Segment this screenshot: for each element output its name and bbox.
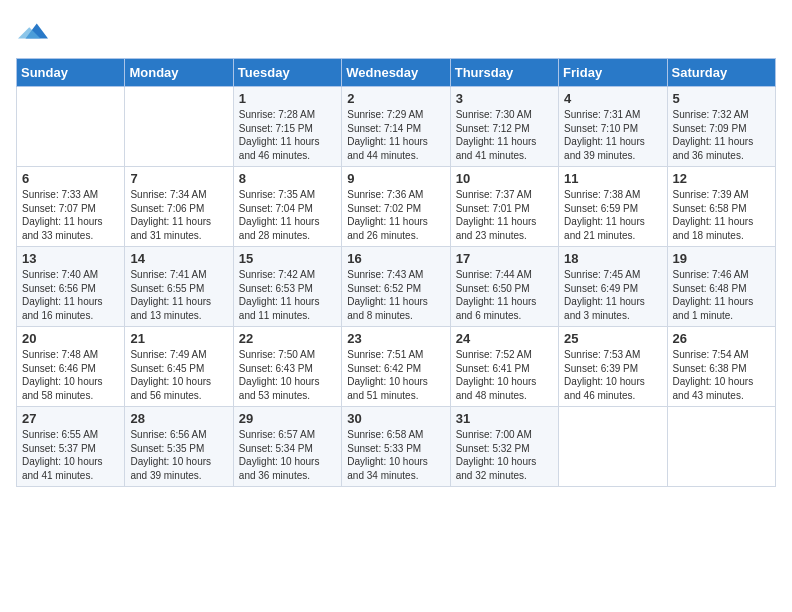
day-number: 9 [347, 171, 444, 186]
day-info: Sunrise: 7:30 AM Sunset: 7:12 PM Dayligh… [456, 108, 553, 162]
day-info: Sunrise: 6:55 AM Sunset: 5:37 PM Dayligh… [22, 428, 119, 482]
day-number: 31 [456, 411, 553, 426]
calendar-cell: 3Sunrise: 7:30 AM Sunset: 7:12 PM Daylig… [450, 87, 558, 167]
day-number: 3 [456, 91, 553, 106]
day-number: 12 [673, 171, 770, 186]
day-number: 26 [673, 331, 770, 346]
calendar-week-row: 1Sunrise: 7:28 AM Sunset: 7:15 PM Daylig… [17, 87, 776, 167]
day-number: 22 [239, 331, 336, 346]
day-info: Sunrise: 7:40 AM Sunset: 6:56 PM Dayligh… [22, 268, 119, 322]
calendar-table: SundayMondayTuesdayWednesdayThursdayFrid… [16, 58, 776, 487]
weekday-header: Sunday [17, 59, 125, 87]
day-info: Sunrise: 7:41 AM Sunset: 6:55 PM Dayligh… [130, 268, 227, 322]
calendar-cell: 31Sunrise: 7:00 AM Sunset: 5:32 PM Dayli… [450, 407, 558, 487]
calendar-cell: 19Sunrise: 7:46 AM Sunset: 6:48 PM Dayli… [667, 247, 775, 327]
day-number: 1 [239, 91, 336, 106]
calendar-cell: 10Sunrise: 7:37 AM Sunset: 7:01 PM Dayli… [450, 167, 558, 247]
calendar-cell [17, 87, 125, 167]
page-header [16, 16, 776, 46]
day-number: 13 [22, 251, 119, 266]
weekday-header: Thursday [450, 59, 558, 87]
calendar-cell: 22Sunrise: 7:50 AM Sunset: 6:43 PM Dayli… [233, 327, 341, 407]
day-number: 28 [130, 411, 227, 426]
calendar-cell: 14Sunrise: 7:41 AM Sunset: 6:55 PM Dayli… [125, 247, 233, 327]
day-number: 21 [130, 331, 227, 346]
calendar-cell: 20Sunrise: 7:48 AM Sunset: 6:46 PM Dayli… [17, 327, 125, 407]
calendar-cell: 11Sunrise: 7:38 AM Sunset: 6:59 PM Dayli… [559, 167, 667, 247]
day-info: Sunrise: 7:51 AM Sunset: 6:42 PM Dayligh… [347, 348, 444, 402]
day-number: 15 [239, 251, 336, 266]
calendar-cell [667, 407, 775, 487]
weekday-header: Saturday [667, 59, 775, 87]
day-number: 2 [347, 91, 444, 106]
day-info: Sunrise: 7:38 AM Sunset: 6:59 PM Dayligh… [564, 188, 661, 242]
calendar-cell: 12Sunrise: 7:39 AM Sunset: 6:58 PM Dayli… [667, 167, 775, 247]
calendar-header-row: SundayMondayTuesdayWednesdayThursdayFrid… [17, 59, 776, 87]
calendar-cell: 2Sunrise: 7:29 AM Sunset: 7:14 PM Daylig… [342, 87, 450, 167]
day-number: 6 [22, 171, 119, 186]
calendar-cell: 21Sunrise: 7:49 AM Sunset: 6:45 PM Dayli… [125, 327, 233, 407]
calendar-week-row: 20Sunrise: 7:48 AM Sunset: 6:46 PM Dayli… [17, 327, 776, 407]
day-number: 17 [456, 251, 553, 266]
calendar-cell: 4Sunrise: 7:31 AM Sunset: 7:10 PM Daylig… [559, 87, 667, 167]
day-info: Sunrise: 7:29 AM Sunset: 7:14 PM Dayligh… [347, 108, 444, 162]
calendar-week-row: 27Sunrise: 6:55 AM Sunset: 5:37 PM Dayli… [17, 407, 776, 487]
day-info: Sunrise: 7:45 AM Sunset: 6:49 PM Dayligh… [564, 268, 661, 322]
day-number: 5 [673, 91, 770, 106]
calendar-cell: 29Sunrise: 6:57 AM Sunset: 5:34 PM Dayli… [233, 407, 341, 487]
day-info: Sunrise: 6:56 AM Sunset: 5:35 PM Dayligh… [130, 428, 227, 482]
weekday-header: Monday [125, 59, 233, 87]
day-number: 30 [347, 411, 444, 426]
weekday-header: Friday [559, 59, 667, 87]
day-info: Sunrise: 6:58 AM Sunset: 5:33 PM Dayligh… [347, 428, 444, 482]
day-info: Sunrise: 7:50 AM Sunset: 6:43 PM Dayligh… [239, 348, 336, 402]
day-info: Sunrise: 7:46 AM Sunset: 6:48 PM Dayligh… [673, 268, 770, 322]
calendar-cell: 9Sunrise: 7:36 AM Sunset: 7:02 PM Daylig… [342, 167, 450, 247]
day-info: Sunrise: 7:49 AM Sunset: 6:45 PM Dayligh… [130, 348, 227, 402]
day-info: Sunrise: 7:48 AM Sunset: 6:46 PM Dayligh… [22, 348, 119, 402]
day-info: Sunrise: 7:54 AM Sunset: 6:38 PM Dayligh… [673, 348, 770, 402]
day-number: 16 [347, 251, 444, 266]
day-number: 11 [564, 171, 661, 186]
day-number: 14 [130, 251, 227, 266]
day-number: 4 [564, 91, 661, 106]
calendar-cell: 26Sunrise: 7:54 AM Sunset: 6:38 PM Dayli… [667, 327, 775, 407]
day-number: 27 [22, 411, 119, 426]
logo [16, 16, 48, 46]
day-info: Sunrise: 7:43 AM Sunset: 6:52 PM Dayligh… [347, 268, 444, 322]
weekday-header: Tuesday [233, 59, 341, 87]
logo-icon [18, 16, 48, 46]
calendar-cell: 23Sunrise: 7:51 AM Sunset: 6:42 PM Dayli… [342, 327, 450, 407]
day-number: 25 [564, 331, 661, 346]
calendar-cell: 16Sunrise: 7:43 AM Sunset: 6:52 PM Dayli… [342, 247, 450, 327]
day-info: Sunrise: 7:35 AM Sunset: 7:04 PM Dayligh… [239, 188, 336, 242]
day-info: Sunrise: 7:39 AM Sunset: 6:58 PM Dayligh… [673, 188, 770, 242]
day-number: 23 [347, 331, 444, 346]
day-info: Sunrise: 7:28 AM Sunset: 7:15 PM Dayligh… [239, 108, 336, 162]
calendar-week-row: 6Sunrise: 7:33 AM Sunset: 7:07 PM Daylig… [17, 167, 776, 247]
day-info: Sunrise: 7:37 AM Sunset: 7:01 PM Dayligh… [456, 188, 553, 242]
calendar-cell: 27Sunrise: 6:55 AM Sunset: 5:37 PM Dayli… [17, 407, 125, 487]
day-number: 18 [564, 251, 661, 266]
calendar-cell: 7Sunrise: 7:34 AM Sunset: 7:06 PM Daylig… [125, 167, 233, 247]
calendar-cell: 6Sunrise: 7:33 AM Sunset: 7:07 PM Daylig… [17, 167, 125, 247]
calendar-cell: 15Sunrise: 7:42 AM Sunset: 6:53 PM Dayli… [233, 247, 341, 327]
calendar-cell: 1Sunrise: 7:28 AM Sunset: 7:15 PM Daylig… [233, 87, 341, 167]
day-info: Sunrise: 7:36 AM Sunset: 7:02 PM Dayligh… [347, 188, 444, 242]
day-info: Sunrise: 6:57 AM Sunset: 5:34 PM Dayligh… [239, 428, 336, 482]
day-info: Sunrise: 7:33 AM Sunset: 7:07 PM Dayligh… [22, 188, 119, 242]
calendar-cell: 5Sunrise: 7:32 AM Sunset: 7:09 PM Daylig… [667, 87, 775, 167]
calendar-cell: 8Sunrise: 7:35 AM Sunset: 7:04 PM Daylig… [233, 167, 341, 247]
calendar-cell: 28Sunrise: 6:56 AM Sunset: 5:35 PM Dayli… [125, 407, 233, 487]
day-number: 29 [239, 411, 336, 426]
day-number: 24 [456, 331, 553, 346]
day-info: Sunrise: 7:42 AM Sunset: 6:53 PM Dayligh… [239, 268, 336, 322]
day-info: Sunrise: 7:53 AM Sunset: 6:39 PM Dayligh… [564, 348, 661, 402]
day-info: Sunrise: 7:34 AM Sunset: 7:06 PM Dayligh… [130, 188, 227, 242]
calendar-cell: 24Sunrise: 7:52 AM Sunset: 6:41 PM Dayli… [450, 327, 558, 407]
day-number: 10 [456, 171, 553, 186]
day-info: Sunrise: 7:44 AM Sunset: 6:50 PM Dayligh… [456, 268, 553, 322]
calendar-cell [125, 87, 233, 167]
day-number: 7 [130, 171, 227, 186]
calendar-cell [559, 407, 667, 487]
